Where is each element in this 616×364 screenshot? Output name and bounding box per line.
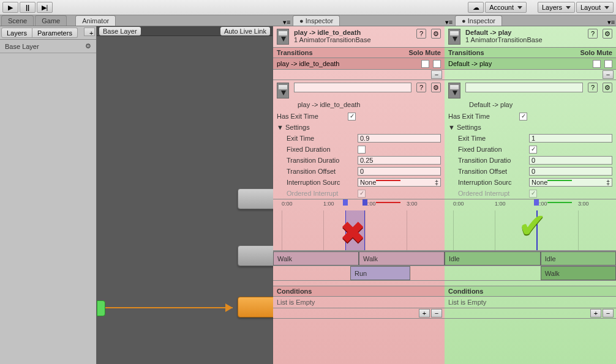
highlight-underline bbox=[376, 180, 400, 181]
layers-dropdown[interactable]: Layers bbox=[538, 2, 575, 13]
gear-icon[interactable]: ⚙ bbox=[603, 83, 612, 92]
conditions-empty: List is Empty bbox=[448, 299, 486, 306]
panel-menu[interactable]: ▾≡ bbox=[282, 18, 291, 26]
clip[interactable]: Idle bbox=[445, 251, 541, 266]
exit-time-input[interactable] bbox=[529, 134, 612, 143]
clip-tracks: IdleIdle Walk bbox=[445, 251, 616, 281]
clip[interactable]: Idle bbox=[541, 251, 616, 266]
pause-button[interactable]: || bbox=[20, 2, 36, 13]
transition-list-item[interactable]: Default -> play bbox=[448, 60, 593, 67]
layer-name: Base Layer bbox=[5, 43, 39, 50]
gear-icon[interactable]: ⚙ bbox=[85, 42, 91, 50]
solo-checkbox[interactable] bbox=[421, 60, 429, 68]
cloud-button[interactable]: ☁ bbox=[468, 2, 484, 13]
remove-condition-button[interactable]: − bbox=[603, 309, 614, 318]
remove-transition-button[interactable]: − bbox=[431, 70, 442, 79]
inspector-panel-good: Default -> play 1 AnimatorTransitionBase… bbox=[445, 26, 616, 364]
remove-transition-button[interactable]: − bbox=[603, 70, 614, 79]
has-exit-time-checkbox[interactable]: ✓ bbox=[348, 113, 356, 121]
clip[interactable]: Walk bbox=[359, 251, 445, 266]
chevron-down-icon bbox=[604, 6, 609, 9]
conditions-empty: List is Empty bbox=[277, 299, 315, 306]
gear-icon[interactable]: ⚙ bbox=[603, 29, 612, 39]
tab-inspector-left[interactable]: ● Inspector bbox=[293, 15, 340, 26]
gear-icon[interactable]: ⚙ bbox=[431, 83, 441, 92]
tab-scene[interactable]: Scene bbox=[1, 15, 34, 26]
bad-mark-icon: ✖ bbox=[340, 215, 365, 250]
blend-start-marker[interactable] bbox=[343, 199, 349, 210]
fixed-duration-checkbox[interactable]: ✓ bbox=[529, 146, 537, 154]
transition-duration-input[interactable] bbox=[358, 156, 441, 165]
settings-foldout[interactable]: Settings bbox=[285, 124, 310, 131]
help-button[interactable]: ? bbox=[416, 83, 426, 92]
conditions-header: Conditions bbox=[445, 286, 616, 297]
transition-timeline[interactable]: 0:00 1:00 2:00 3:00 ✖ bbox=[273, 199, 445, 251]
has-exit-time-checkbox[interactable]: ✓ bbox=[519, 113, 527, 121]
default-transition bbox=[105, 307, 233, 308]
add-condition-button[interactable]: + bbox=[419, 309, 430, 318]
arrow-head-icon bbox=[225, 303, 233, 312]
tab-game[interactable]: Game bbox=[35, 15, 67, 26]
exit-time-input[interactable] bbox=[358, 134, 441, 143]
transition-offset-input[interactable] bbox=[358, 167, 441, 176]
transition-subtitle: 1 AnimatorTransitionBase bbox=[465, 36, 583, 43]
tab-animator[interactable]: Animator bbox=[75, 15, 116, 26]
step-button[interactable]: ▶| bbox=[37, 2, 53, 13]
settings-foldout[interactable]: Settings bbox=[457, 124, 481, 131]
conditions-header: Conditions bbox=[273, 286, 445, 297]
transition-icon bbox=[448, 83, 460, 98]
account-dropdown[interactable]: Account bbox=[485, 2, 527, 13]
entry-node[interactable] bbox=[97, 300, 105, 316]
clip[interactable]: Walk bbox=[541, 266, 616, 280]
mute-checkbox[interactable] bbox=[604, 60, 612, 68]
mute-checkbox[interactable] bbox=[433, 60, 441, 68]
main-toolbar: ▶ || ▶| ☁ Account Layers Layout bbox=[0, 0, 616, 15]
transition-offset-input[interactable] bbox=[529, 167, 612, 176]
transition-title: play -> idle_to_death bbox=[294, 29, 411, 36]
transition-list-item[interactable]: play -> idle_to_death bbox=[277, 60, 421, 67]
add-condition-button[interactable]: + bbox=[590, 309, 601, 318]
account-label: Account bbox=[489, 4, 514, 11]
blend-end-marker[interactable] bbox=[362, 199, 369, 210]
animator-graph[interactable]: Base Layer Auto Live Link Run Walk Idle bbox=[97, 26, 273, 364]
add-layer-button[interactable]: + bbox=[84, 28, 95, 36]
layers-sub-tab[interactable]: Layers bbox=[1, 28, 32, 38]
clip[interactable]: Walk bbox=[273, 251, 359, 266]
remove-condition-button[interactable]: − bbox=[431, 309, 442, 318]
gear-icon[interactable]: ⚙ bbox=[431, 29, 441, 39]
ordered-interruption-checkbox[interactable]: ✓ bbox=[529, 190, 537, 198]
transition-subname: Default -> play bbox=[445, 101, 616, 111]
play-button[interactable]: ▶ bbox=[2, 2, 18, 13]
panel-tabs: Scene Game Animator ▾≡ ● Inspector ▾≡ ● … bbox=[0, 15, 616, 26]
solo-checkbox[interactable] bbox=[593, 60, 601, 68]
transition-name-input[interactable] bbox=[465, 83, 583, 92]
transition-name-input[interactable] bbox=[294, 83, 411, 92]
transition-subtitle: 1 AnimatorTransitionBase bbox=[294, 36, 411, 43]
panel-menu[interactable]: ▾≡ bbox=[606, 18, 616, 26]
help-button[interactable]: ? bbox=[588, 83, 598, 92]
animator-layers-panel: Layers Parameters + Base Layer ⚙ bbox=[0, 26, 97, 364]
chevron-down-icon bbox=[517, 6, 522, 9]
layout-dropdown[interactable]: Layout bbox=[576, 2, 614, 13]
good-mark-icon: ✔ bbox=[518, 206, 547, 245]
tab-inspector-right[interactable]: ● Inspector bbox=[455, 15, 502, 26]
fixed-duration-checkbox[interactable] bbox=[358, 146, 366, 154]
clip[interactable]: Run bbox=[350, 266, 410, 280]
ordered-interruption-checkbox[interactable]: ✓ bbox=[358, 190, 366, 198]
panel-menu[interactable]: ▾≡ bbox=[444, 18, 454, 26]
clip-tracks: WalkWalk Run bbox=[273, 251, 445, 281]
transition-duration-input[interactable] bbox=[529, 156, 612, 165]
chevron-down-icon bbox=[566, 6, 571, 9]
help-button[interactable]: ? bbox=[416, 29, 426, 39]
transition-icon bbox=[277, 83, 289, 98]
auto-live-link-button[interactable]: Auto Live Link bbox=[220, 27, 270, 35]
breadcrumb-root[interactable]: Base Layer bbox=[99, 27, 141, 35]
highlight-underline bbox=[547, 180, 572, 181]
inspector-panel-bad: play -> idle_to_death 1 AnimatorTransiti… bbox=[273, 26, 445, 364]
layer-row[interactable]: Base Layer ⚙ bbox=[0, 40, 96, 53]
help-button[interactable]: ? bbox=[588, 29, 598, 39]
transition-title: Default -> play bbox=[465, 29, 583, 36]
transition-timeline[interactable]: 0:00 1:00 2:00 3:00 ✔ bbox=[445, 199, 616, 251]
transition-subname: play -> idle_to_death bbox=[273, 101, 445, 111]
parameters-sub-tab[interactable]: Parameters bbox=[32, 28, 78, 38]
